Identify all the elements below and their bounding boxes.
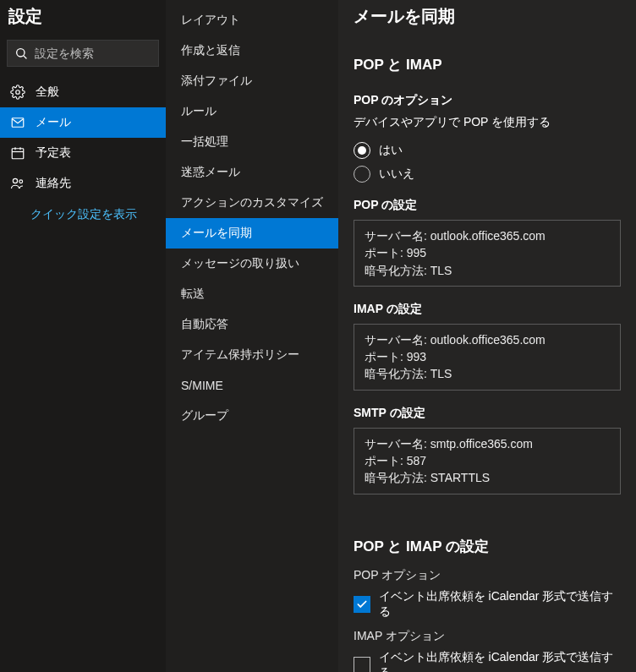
svg-point-8 bbox=[13, 178, 17, 183]
pop-radio-yes[interactable]: はい bbox=[354, 139, 621, 162]
checkbox-icon bbox=[354, 596, 370, 613]
imap-enc: 暗号化方法: TLS bbox=[365, 365, 610, 382]
subnav-retention[interactable]: アイテム保持ポリシー bbox=[166, 340, 338, 370]
sidebar-item-general[interactable]: 全般 bbox=[0, 77, 166, 107]
imap-server: サーバー名: outlook.office365.com bbox=[365, 331, 610, 348]
pop-imap-heading: POP と IMAP bbox=[354, 55, 621, 74]
imap-settings-box: サーバー名: outlook.office365.com ポート: 993 暗号… bbox=[354, 324, 621, 391]
pop-imap-settings-heading: POP と IMAP の設定 bbox=[354, 537, 621, 556]
search-icon bbox=[14, 46, 28, 61]
subnav-forwarding[interactable]: 転送 bbox=[166, 279, 338, 309]
checkbox-icon bbox=[354, 657, 370, 672]
subnav-smime[interactable]: S/MIME bbox=[166, 370, 338, 401]
smtp-settings-box: サーバー名: smtp.office365.com ポート: 587 暗号化方法… bbox=[354, 428, 621, 494]
pop-option-label: POP オプション bbox=[354, 568, 621, 583]
pop-icalendar-checkbox[interactable]: イベント出席依頼を iCalendar 形式で送信する bbox=[354, 592, 621, 617]
smtp-port: ポート: 587 bbox=[365, 452, 610, 469]
subnav-compose[interactable]: 作成と返信 bbox=[166, 36, 338, 66]
people-icon bbox=[10, 176, 25, 191]
subnav-sync[interactable]: メールを同期 bbox=[166, 218, 338, 249]
svg-line-1 bbox=[24, 56, 26, 58]
pop-port: ポート: 995 bbox=[365, 244, 610, 261]
pop-enc: 暗号化方法: TLS bbox=[365, 262, 610, 279]
subnav-autoreply[interactable]: 自動応答 bbox=[166, 309, 338, 340]
radio-label: はい bbox=[379, 143, 403, 158]
subnav-groups[interactable]: グループ bbox=[166, 401, 338, 431]
subnav-sweep[interactable]: 一括処理 bbox=[166, 127, 338, 157]
svg-rect-4 bbox=[12, 149, 24, 159]
radio-icon bbox=[354, 166, 370, 183]
mail-icon bbox=[10, 115, 25, 130]
subnav-handling[interactable]: メッセージの取り扱い bbox=[166, 249, 338, 279]
checkbox-label: イベント出席依頼を iCalendar 形式で送信する bbox=[379, 650, 621, 672]
sidebar-item-label: メール bbox=[36, 115, 71, 130]
checkbox-label: イベント出席依頼を iCalendar 形式で送信する bbox=[379, 589, 621, 620]
svg-point-2 bbox=[16, 90, 20, 95]
pop-radio-no[interactable]: いいえ bbox=[354, 162, 621, 186]
imap-icalendar-checkbox[interactable]: イベント出席依頼を iCalendar 形式で送信する bbox=[354, 653, 621, 672]
subnav-junk[interactable]: 迷惑メール bbox=[166, 157, 338, 188]
sidebar-item-mail[interactable]: メール bbox=[0, 107, 166, 138]
gear-icon bbox=[10, 85, 25, 100]
smtp-settings-heading: SMTP の設定 bbox=[354, 406, 621, 421]
radio-icon bbox=[354, 142, 370, 159]
pop-enable-label: デバイスやアプリで POP を使用する bbox=[354, 115, 621, 130]
settings-left-panel: 設定 全般 メール 予定表 連絡先 クイック設定を表示 bbox=[0, 0, 166, 672]
settings-title: 設定 bbox=[0, 0, 166, 40]
imap-port: ポート: 993 bbox=[365, 348, 610, 365]
pop-options-heading: POP のオプション bbox=[354, 93, 621, 108]
smtp-server: サーバー名: smtp.office365.com bbox=[365, 435, 610, 452]
quick-settings-link[interactable]: クイック設定を表示 bbox=[0, 199, 166, 231]
sidebar-item-people[interactable]: 連絡先 bbox=[0, 168, 166, 199]
smtp-enc: 暗号化方法: STARTTLS bbox=[365, 469, 610, 486]
imap-settings-heading: IMAP の設定 bbox=[354, 302, 621, 317]
mail-subnav: レイアウト 作成と返信 添付ファイル ルール 一括処理 迷惑メール アクションの… bbox=[166, 0, 338, 672]
subnav-rules[interactable]: ルール bbox=[166, 96, 338, 127]
subnav-customize[interactable]: アクションのカスタマイズ bbox=[166, 188, 338, 218]
content-panel: メールを同期 POP と IMAP POP のオプション デバイスやアプリで P… bbox=[338, 0, 636, 672]
sidebar-item-label: 予定表 bbox=[36, 145, 71, 161]
sidebar-item-label: 連絡先 bbox=[36, 176, 71, 191]
calendar-icon bbox=[10, 145, 25, 161]
pop-settings-heading: POP の設定 bbox=[354, 198, 621, 213]
sidebar-item-calendar[interactable]: 予定表 bbox=[0, 138, 166, 168]
pop-server: サーバー名: outlook.office365.com bbox=[365, 227, 610, 244]
sidebar-item-label: 全般 bbox=[36, 85, 59, 100]
svg-point-0 bbox=[17, 49, 25, 57]
settings-search-input[interactable] bbox=[35, 46, 183, 60]
page-title: メールを同期 bbox=[338, 0, 636, 40]
imap-option-label: IMAP オプション bbox=[354, 629, 621, 644]
svg-point-9 bbox=[19, 180, 23, 183]
settings-search[interactable] bbox=[7, 40, 159, 67]
radio-label: いいえ bbox=[379, 167, 414, 182]
subnav-layout[interactable]: レイアウト bbox=[166, 5, 338, 36]
pop-settings-box: サーバー名: outlook.office365.com ポート: 995 暗号… bbox=[354, 220, 621, 287]
subnav-attachments[interactable]: 添付ファイル bbox=[166, 66, 338, 96]
